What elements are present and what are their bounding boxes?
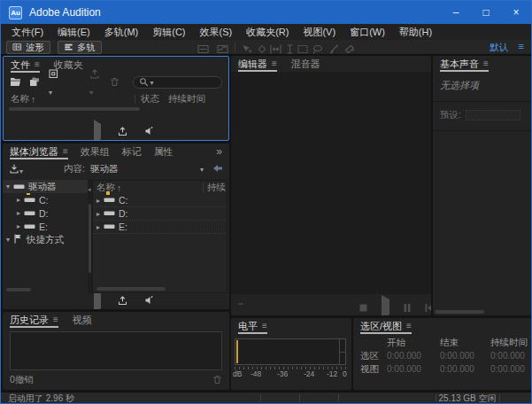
chevron-expanded-icon[interactable]: ▾	[6, 236, 10, 244]
drive-icon	[104, 195, 115, 206]
speaker-icon[interactable]	[144, 124, 156, 140]
tree-hscrollbar[interactable]	[6, 288, 31, 291]
tree-item-drives[interactable]: ▾ 驱动器	[3, 180, 88, 193]
workspace-selector[interactable]: 默认	[490, 42, 508, 54]
panel-menu-icon[interactable]: ≡	[262, 319, 267, 333]
preview-play-icon	[94, 293, 101, 309]
panel-menu-icon[interactable]: ≡	[63, 144, 68, 159]
list-hscrollbar[interactable]	[96, 287, 166, 291]
files-col-status[interactable]: 状态	[141, 93, 159, 105]
chevron-collapsed-icon[interactable]: ▸	[17, 196, 20, 204]
zoom-handle[interactable]	[238, 303, 243, 305]
selection-end[interactable]: 0:00.000	[440, 351, 490, 361]
panel-menu-icon[interactable]: ≡	[406, 319, 412, 333]
panel-menu-icon[interactable]: ≡	[35, 58, 40, 72]
tab-editor[interactable]: 编辑器≡	[238, 56, 277, 72]
menu-clip[interactable]: 剪辑(C)	[145, 24, 192, 40]
maximize-button[interactable]: □	[471, 1, 501, 24]
tree-item-drive-c[interactable]: ▸ C:	[3, 193, 88, 206]
system-drive-mark	[27, 193, 30, 195]
splitter-collapse-icon[interactable]: ◂	[88, 186, 91, 193]
files-col-name[interactable]: 名称	[11, 93, 29, 105]
media-row-drive-e[interactable]: ▸ E:	[93, 221, 227, 234]
column-separator[interactable]	[203, 183, 204, 192]
sort-arrow: ↑	[117, 183, 121, 193]
media-col-duration[interactable]: 持续	[207, 182, 226, 194]
menu-window[interactable]: 窗口(W)	[343, 24, 392, 40]
menu-edit[interactable]: 编辑(E)	[50, 24, 97, 40]
menu-multitrack[interactable]: 多轨(M)	[97, 24, 146, 40]
startup-time: 启动用了 2.96 秒	[8, 392, 74, 404]
tab-history[interactable]: 历史记录≡	[10, 312, 58, 328]
panel-menu-icon[interactable]: ≡	[272, 57, 277, 71]
waveform-view-button[interactable]: 波形	[6, 41, 50, 54]
workspace-menu-icon[interactable]: ≡	[519, 41, 524, 51]
menu-file[interactable]: 文件(F)	[4, 24, 50, 40]
tree-item-drive-e[interactable]: ▸ E:	[3, 220, 88, 233]
content-label: 内容:	[64, 163, 85, 175]
search-input[interactable]: ▾	[133, 76, 222, 89]
view-start[interactable]: 0:00.000	[387, 364, 440, 374]
chevron-expanded-icon[interactable]: ▾	[6, 183, 10, 190]
tab-effects-rack[interactable]: 效果组	[81, 144, 110, 159]
selection-start[interactable]: 0:00.000	[387, 351, 440, 361]
files-panel: 文件≡ 收藏夹 ▾ ▾ ▾ 名称 ↑ 状态 持续时间	[3, 56, 229, 141]
tab-levels[interactable]: 电平≡	[238, 318, 267, 334]
chevron-collapsed-icon[interactable]: ▸	[17, 209, 20, 217]
panel-menu-icon[interactable]: ≡	[53, 313, 58, 327]
tab-overflow-icon[interactable]: »	[216, 145, 222, 158]
tab-mixer[interactable]: 混音器	[291, 56, 320, 72]
waveform-label: 波形	[26, 42, 44, 54]
chevron-collapsed-icon[interactable]: ▸	[17, 222, 20, 230]
files-col-duration[interactable]: 持续时间	[168, 93, 205, 105]
tab-properties[interactable]: 属性	[154, 144, 173, 159]
tab-media-browser[interactable]: 媒体浏览器≡	[10, 144, 68, 159]
no-selection-label: 无选择项	[433, 72, 531, 102]
drop-to-editor-icon[interactable]	[117, 124, 128, 140]
panel-menu-icon[interactable]: ≡	[483, 57, 489, 71]
tree-item-drive-d[interactable]: ▸ D:	[3, 206, 88, 220]
chevron-collapsed-icon[interactable]: ▸	[96, 197, 100, 205]
menu-help[interactable]: 帮助(H)	[392, 24, 439, 40]
row-label: 视图	[360, 363, 387, 376]
selection-view-table: 开始 结束 持续时间 选区 0:00.000 0:00.000 0:00.000…	[353, 334, 531, 376]
content-dropdown[interactable]: 驱动器 ▾	[90, 163, 204, 175]
selection-duration[interactable]: 0:00.000	[490, 351, 531, 361]
view-duration[interactable]: 0:00.000	[490, 364, 531, 374]
drop-to-editor-icon[interactable]	[117, 293, 128, 309]
import-files-icon[interactable]	[29, 74, 41, 90]
media-row-drive-c[interactable]: ▸ C:	[93, 194, 227, 207]
open-file-icon[interactable]	[10, 74, 21, 90]
view-end[interactable]: 0:00.000	[440, 364, 490, 374]
import-media-icon[interactable]: ▾	[9, 164, 23, 175]
menu-bar: 文件(F) 编辑(E) 多轨(M) 剪辑(C) 效果(S) 收藏夹(R) 视图(…	[1, 24, 531, 40]
tab-essential-sound[interactable]: 基本声音≡	[440, 56, 489, 72]
essential-hscrollbar[interactable]	[435, 310, 484, 314]
play-icon	[382, 299, 389, 315]
preset-label: 预设:	[440, 109, 461, 121]
chevron-collapsed-icon[interactable]: ▸	[96, 223, 100, 231]
menu-view[interactable]: 视图(V)	[296, 24, 343, 40]
view-row: 视图 0:00.000 0:00.000 0:00.000	[360, 362, 528, 376]
multitrack-view-button[interactable]: 多轨	[58, 41, 102, 54]
menu-favorites[interactable]: 收藏夹(R)	[239, 24, 296, 40]
media-row-drive-d[interactable]: ▸ D:	[93, 207, 227, 221]
chevron-collapsed-icon[interactable]: ▸	[96, 210, 100, 218]
files-list-empty	[4, 105, 228, 124]
tab-markers[interactable]: 标记	[122, 144, 142, 159]
close-button[interactable]: ×	[501, 1, 531, 24]
column-separator[interactable]	[135, 95, 135, 104]
minimize-button[interactable]: –	[441, 1, 471, 24]
search-icon	[139, 74, 149, 90]
tab-video[interactable]: 视频	[73, 312, 92, 328]
tree-item-shortcuts[interactable]: ▾ 快捷方式	[3, 233, 88, 246]
menu-effects[interactable]: 效果(S)	[193, 24, 240, 40]
speaker-icon[interactable]	[144, 293, 156, 309]
stop-icon	[359, 299, 367, 315]
tab-files[interactable]: 文件≡	[11, 57, 40, 73]
files-hscrollbar[interactable]	[9, 107, 140, 111]
scale-36: -36	[277, 369, 288, 378]
tab-selection-view[interactable]: 选区/视图≡	[360, 318, 412, 334]
meter-min-indicator	[236, 340, 238, 363]
history-list-empty	[10, 331, 222, 370]
